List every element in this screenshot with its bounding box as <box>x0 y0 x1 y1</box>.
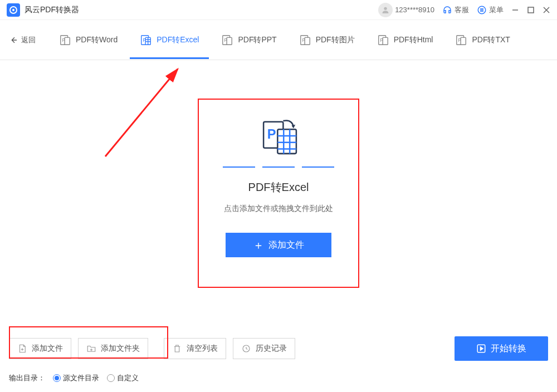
svg-rect-11 <box>65 37 70 45</box>
pdf-excel-large-icon: P <box>255 115 302 162</box>
tab-pdf-to-excel[interactable]: P PDF转Excel <box>130 22 209 58</box>
svg-line-30 <box>105 69 178 156</box>
arrow-left-icon <box>9 36 18 45</box>
svg-rect-6 <box>528 7 534 13</box>
pdf-word-icon: P <box>59 34 71 46</box>
clock-icon <box>241 344 251 354</box>
pdf-txt-icon: P <box>455 34 467 46</box>
svg-rect-23 <box>305 37 310 45</box>
svg-point-0 <box>384 7 387 9</box>
menu-button[interactable]: 菜单 <box>477 5 504 15</box>
tab-pdf-to-html[interactable]: P PDF转Html <box>367 22 443 58</box>
maximize-button[interactable] <box>527 6 535 14</box>
history-button[interactable]: 历史记录 <box>233 338 295 359</box>
pdf-excel-icon: P <box>140 34 152 46</box>
menu-icon <box>477 5 487 15</box>
headset-icon <box>442 5 452 15</box>
dropzone-title: PDF转Excel <box>248 180 309 195</box>
user-id: 123****8910 <box>395 6 434 14</box>
pdf-html-icon: P <box>377 34 389 46</box>
add-file-primary-button[interactable]: ＋ 添加文件 <box>226 233 331 257</box>
tab-pdf-to-txt[interactable]: P PDF转TXT <box>445 22 520 58</box>
back-button[interactable]: 返回 <box>9 35 36 45</box>
app-logo <box>7 3 20 17</box>
folder-plus-icon <box>86 344 96 354</box>
svg-rect-26 <box>383 37 388 45</box>
tab-pdf-to-image[interactable]: P PDF转图片 <box>289 22 365 58</box>
plus-icon: ＋ <box>253 239 264 251</box>
play-icon <box>476 344 486 354</box>
tab-pdf-to-ppt[interactable]: P PDF转PPT <box>211 22 286 58</box>
avatar-icon <box>378 3 393 17</box>
divider <box>223 166 334 168</box>
app-name: 风云PDF转换器 <box>25 5 79 15</box>
file-plus-icon <box>17 344 27 354</box>
output-dir-label: 输出目录： <box>9 373 45 383</box>
trash-icon <box>172 344 182 354</box>
radio-custom-dir[interactable]: 自定义 <box>107 373 139 383</box>
radio-source-dir[interactable]: 源文件目录 <box>53 373 99 383</box>
close-button[interactable] <box>543 6 550 14</box>
start-convert-button[interactable]: 开始转换 <box>455 336 548 361</box>
add-file-button[interactable]: 添加文件 <box>9 338 71 359</box>
dropzone[interactable]: P PDF转Excel 点击添加文件或拖拽文件到此处 ＋ 添加文件 <box>198 99 359 288</box>
dropzone-subtitle: 点击添加文件或拖拽文件到此处 <box>224 204 333 214</box>
minimize-button[interactable] <box>511 6 519 14</box>
svg-rect-20 <box>227 37 232 45</box>
svg-rect-33 <box>277 129 296 154</box>
add-folder-button[interactable]: 添加文件夹 <box>78 338 148 359</box>
pdf-ppt-icon: P <box>221 34 233 46</box>
annotation-arrow <box>102 65 192 159</box>
support-link[interactable]: 客服 <box>442 5 469 15</box>
tab-pdf-to-word[interactable]: P PDF转Word <box>49 22 128 58</box>
pdf-image-icon: P <box>299 34 311 46</box>
svg-rect-29 <box>461 37 466 45</box>
clear-list-button[interactable]: 清空列表 <box>164 338 226 359</box>
user-account[interactable]: 123****8910 <box>378 3 434 17</box>
svg-text:P: P <box>267 127 276 141</box>
